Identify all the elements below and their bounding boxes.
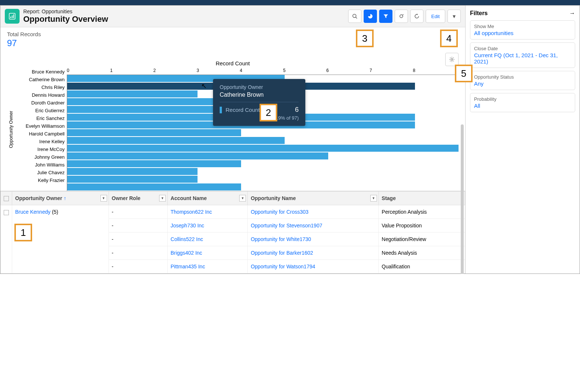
- annotation-3: 3: [356, 30, 374, 47]
- column-menu-icon[interactable]: ▼: [100, 195, 107, 202]
- chart-category-label: Eric Sanchez: [15, 114, 67, 122]
- annotation-2: 2: [260, 104, 277, 121]
- filter-block[interactable]: ProbabilityAll: [470, 93, 575, 112]
- tooltip-metric-value: 6: [295, 106, 299, 114]
- search-button[interactable]: [348, 10, 361, 23]
- chart-x-tick: 8: [413, 68, 415, 73]
- cell-owner-role: -: [109, 205, 167, 219]
- filter-label: Opportunity Status: [474, 74, 571, 80]
- svg-rect-3: [13, 14, 14, 18]
- opportunity-link[interactable]: Opportunity for Stevenson1907: [251, 223, 322, 228]
- chart-x-tick: 2: [153, 68, 156, 73]
- chart-y-axis-label: Opportunity Owner: [7, 68, 15, 191]
- svg-point-7: [451, 59, 453, 61]
- chart-bar[interactable]: [67, 137, 285, 144]
- totals-value: 97: [7, 38, 459, 48]
- column-header[interactable]: Opportunity Owner ↑▼: [12, 192, 109, 205]
- report-icon: [5, 9, 20, 24]
- toolbar: Edit ▼: [348, 10, 461, 23]
- select-all-checkbox[interactable]: [4, 196, 9, 201]
- chart-category-label: John Williams: [15, 161, 67, 169]
- column-menu-icon[interactable]: ▼: [159, 195, 166, 202]
- collapse-icon[interactable]: →: [569, 10, 575, 17]
- mouse-cursor-icon: ↖: [201, 82, 207, 90]
- chart-settings-button[interactable]: [445, 53, 459, 66]
- column-header[interactable]: Account Name ▼: [168, 192, 248, 205]
- column-header[interactable]: Stage: [378, 192, 465, 205]
- data-table: Opportunity Owner ↑▼Owner Role ▼Account …: [0, 191, 465, 274]
- chart-toggle-button[interactable]: [364, 10, 377, 23]
- cell-owner-role: -: [109, 260, 167, 274]
- account-link[interactable]: Thompson622 Inc: [171, 209, 212, 215]
- opportunity-link[interactable]: Opportunity for Barker1602: [251, 250, 313, 256]
- more-actions-button[interactable]: ▼: [447, 10, 461, 23]
- annotation-4: 4: [440, 30, 458, 47]
- cell-stage: Value Proposition: [378, 219, 465, 233]
- svg-rect-1: [10, 17, 11, 18]
- opportunity-link[interactable]: Opportunity for White1730: [251, 236, 311, 242]
- chart-title: Record Count: [7, 60, 459, 66]
- filter-label: Probability: [474, 96, 571, 102]
- filters-title: Filters: [470, 10, 488, 17]
- chart-x-tick: 0: [67, 68, 69, 73]
- chart-category-label: Julie Chavez: [15, 169, 67, 176]
- column-header[interactable]: Opportunity Name ▼: [248, 192, 379, 205]
- chart-bar[interactable]: [67, 168, 198, 175]
- share-button[interactable]: [395, 10, 408, 23]
- chart-category-label: Dennis Howard: [15, 91, 67, 99]
- filter-value: Current FQ (Oct 1, 2021 - Dec 31, 2021): [474, 52, 571, 65]
- totals-label: Total Records: [7, 31, 459, 37]
- cell-owner-role: -: [109, 233, 167, 246]
- cell-stage: Qualification: [378, 260, 465, 274]
- svg-line-5: [356, 17, 357, 19]
- chart-bar[interactable]: [67, 160, 241, 167]
- opportunity-link[interactable]: Opportunity for Watson1794: [251, 264, 315, 269]
- account-link[interactable]: Briggs402 Inc: [171, 250, 202, 256]
- column-header[interactable]: Owner Role ▼: [109, 192, 167, 205]
- chart-category-label: Irene McCoy: [15, 145, 67, 153]
- filter-block[interactable]: Close DateCurrent FQ (Oct 1, 2021 - Dec …: [470, 42, 575, 68]
- column-menu-icon[interactable]: ▼: [239, 195, 246, 202]
- chart-tooltip: Opportunity Owner Catherine Brown Record…: [213, 79, 305, 126]
- filter-block[interactable]: Show MeAll opportunities: [470, 20, 575, 39]
- svg-point-6: [400, 15, 403, 18]
- filter-block[interactable]: Opportunity StatusAny: [470, 71, 575, 90]
- opportunity-link[interactable]: Opportunity for Cross303: [251, 209, 308, 215]
- tooltip-field-value: Catherine Brown: [220, 92, 299, 102]
- chart-container: Record Count Opportunity Owner Bruce Ken…: [0, 51, 465, 191]
- filter-value: Any: [474, 80, 571, 87]
- refresh-button[interactable]: [410, 10, 423, 23]
- owner-link[interactable]: Bruce Kennedy: [15, 209, 51, 215]
- svg-rect-2: [12, 16, 13, 18]
- sort-asc-icon: ↑: [64, 195, 66, 201]
- svg-point-4: [353, 14, 356, 18]
- report-header: Report: Opportunities Opportunity Overvi…: [0, 6, 465, 27]
- filters-panel: Filters → Show MeAll opportunitiesClose …: [465, 6, 580, 274]
- chart-bar[interactable]: [67, 145, 459, 152]
- chart-x-tick: 3: [196, 68, 199, 73]
- chart-category-label: Johnny Green: [15, 153, 67, 161]
- chart-bar[interactable]: [67, 129, 241, 136]
- chart-category-label: Chris Riley: [15, 83, 67, 91]
- filter-toggle-button[interactable]: [379, 10, 392, 23]
- row-checkbox[interactable]: [4, 210, 9, 215]
- owner-count: (5): [52, 209, 58, 215]
- filter-label: Show Me: [474, 24, 571, 29]
- account-link[interactable]: Collins522 Inc: [171, 236, 203, 242]
- annotation-5: 5: [455, 65, 473, 82]
- filter-value: All: [474, 103, 571, 109]
- edit-button[interactable]: Edit: [426, 10, 445, 23]
- chart-bar[interactable]: [67, 90, 198, 97]
- annotation-1: 1: [14, 224, 32, 241]
- tooltip-field-label: Opportunity Owner: [220, 84, 299, 90]
- chart-bar[interactable]: [67, 183, 241, 190]
- chart-bar[interactable]: [67, 152, 328, 159]
- account-link[interactable]: Joseph730 Inc: [171, 223, 204, 228]
- report-title: Opportunity Overview: [23, 14, 348, 24]
- chart-bar[interactable]: [67, 176, 198, 183]
- chart-category-label: Irene Kelley: [15, 138, 67, 145]
- account-link[interactable]: Pittman435 Inc: [171, 264, 205, 269]
- chart-x-tick: 5: [283, 68, 286, 73]
- column-menu-icon[interactable]: ▼: [370, 195, 377, 202]
- chart-category-label: Harold Campbell: [15, 130, 67, 138]
